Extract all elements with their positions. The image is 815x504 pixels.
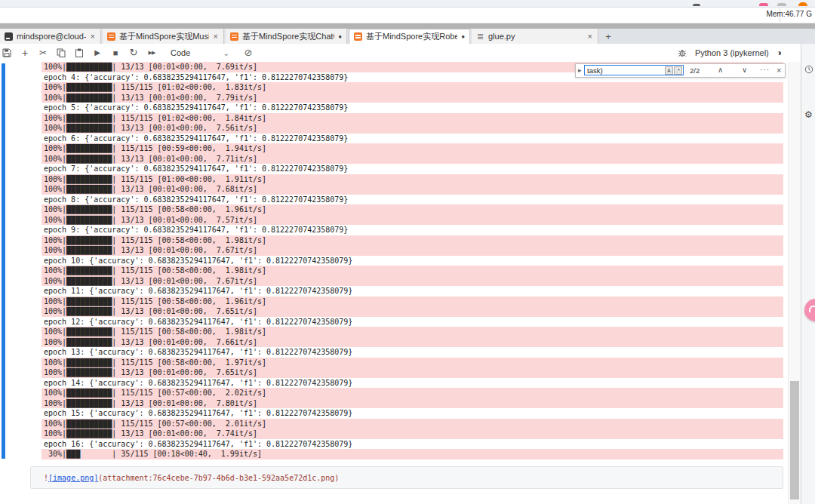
stderr-chunk: 100%|██████████| 115/115 [00:58<00:00, 1… bbox=[42, 358, 783, 378]
kernel-name-label[interactable]: Python 3 (ipykernel) bbox=[695, 48, 769, 57]
match-case-button[interactable]: A bbox=[665, 66, 673, 75]
close-search-icon[interactable]: × bbox=[777, 66, 781, 75]
output-line: 100%|██████████| 13/13 [00:01<00:00, 7.7… bbox=[44, 429, 783, 439]
browser-gray-icon[interactable] bbox=[777, 3, 786, 6]
run-icon[interactable]: ▶ bbox=[92, 48, 103, 58]
tab-bar: mindspore@cloud-d7413d4c×基于MindSpore实现Mu… bbox=[0, 29, 815, 44]
stderr-chunk: 100%|██████████| 115/115 [01:00<00:00, 1… bbox=[42, 174, 783, 195]
debugger-bug-icon[interactable] bbox=[677, 48, 687, 58]
stderr-chunk: 100%|██████████| 115/115 [00:58<00:00, 1… bbox=[42, 204, 783, 225]
output-line: 100%|██████████| 115/115 [00:58<00:00, 1… bbox=[44, 327, 783, 337]
output-line: epoch 10: {'accuracy': 0.683823529411764… bbox=[44, 256, 783, 266]
stdout-chunk: epoch 8: {'accuracy': 0.6838235294117647… bbox=[42, 195, 783, 205]
cell-output: 100%|██████████| 13/13 [00:01<00:00, 7.6… bbox=[42, 62, 783, 459]
restart-run-all-icon[interactable]: ▶▶ bbox=[146, 48, 157, 58]
tab-close-icon[interactable]: × bbox=[587, 32, 593, 41]
search-match-count: 2/2 bbox=[690, 66, 700, 75]
tab-1[interactable]: mindspore@cloud-d7413d4c× bbox=[0, 29, 101, 44]
stderr-chunk: 100%|██████████| 115/115 [00:57<00:00, 2… bbox=[42, 419, 783, 439]
output-line: 100%|██████████| 13/13 [00:01<00:00, 7.5… bbox=[44, 123, 783, 134]
stderr-chunk: 100%|██████████| 115/115 [01:02<00:00, 1… bbox=[42, 113, 783, 134]
stdout-chunk: epoch 11: {'accuracy': 0.683823529411764… bbox=[42, 286, 783, 297]
stop-icon[interactable]: ■ bbox=[110, 48, 121, 58]
output-line: 30%|███ | 35/115 [00:18<00:40, 1.99it/s] bbox=[44, 449, 783, 459]
tab-close-icon[interactable]: × bbox=[213, 32, 219, 41]
status-strip: Mem:46.77 G bbox=[0, 8, 815, 23]
copy-icon[interactable] bbox=[56, 48, 66, 58]
output-line: 100%|██████████| 13/13 [00:01<00:00, 7.7… bbox=[44, 93, 783, 103]
stderr-chunk: 100%|██████████| 115/115 [00:58<00:00, 1… bbox=[42, 266, 783, 286]
stdout-chunk: epoch 12: {'accuracy': 0.683823529411764… bbox=[42, 317, 783, 327]
markdown-source-cell[interactable]: ![image.png](attachment:76c4cebe-7b97-4b… bbox=[30, 466, 783, 489]
output-line: epoch 13: {'accuracy': 0.683823529411764… bbox=[44, 347, 783, 358]
output-line: 100%|██████████| 13/13 [00:01<00:00, 7.6… bbox=[44, 245, 783, 256]
clock-icon[interactable] bbox=[804, 65, 813, 75]
browser-profile-avatar[interactable] bbox=[798, 2, 807, 6]
previous-match-icon[interactable]: ∧ bbox=[718, 66, 723, 74]
chevron-down-icon: ⌄ bbox=[223, 49, 229, 57]
output-line: epoch 11: {'accuracy': 0.683823529411764… bbox=[44, 286, 783, 297]
output-line: 100%|██████████| 13/13 [00:01<00:00, 7.6… bbox=[44, 306, 783, 317]
cell-type-label: Code bbox=[171, 48, 190, 57]
notebook-icon bbox=[230, 32, 238, 41]
browser-chrome-strip bbox=[0, 0, 815, 8]
tab-dirty-icon: ● bbox=[338, 33, 342, 40]
paste-icon[interactable] bbox=[74, 48, 85, 58]
notebook-content-area: 100%|██████████| 13/13 [00:01<00:00, 7.6… bbox=[0, 62, 788, 504]
tab-label: 基于MindSpore实现Robertaf bbox=[366, 31, 457, 42]
stdout-chunk: epoch 6: {'accuracy': 0.6838235294117647… bbox=[42, 134, 783, 144]
tab-close-icon[interactable]: × bbox=[90, 32, 96, 41]
tab-2[interactable]: 基于MindSpore实现MusicGe× bbox=[103, 29, 224, 44]
tab-label: 基于MindSpore实现ChatGLM bbox=[242, 31, 334, 42]
active-cell-indicator bbox=[2, 63, 5, 459]
output-line: 100%|██████████| 13/13 [00:01<00:00, 7.6… bbox=[44, 184, 783, 195]
tab-5[interactable]: ≣glue.py× bbox=[472, 29, 598, 44]
output-line: epoch 9: {'accuracy': 0.6838235294117647… bbox=[44, 225, 783, 235]
scrollbar-thumb[interactable] bbox=[790, 381, 799, 499]
notebook-icon bbox=[107, 32, 115, 41]
more-options-icon[interactable]: ··· bbox=[760, 66, 770, 74]
output-line: 100%|██████████| 115/115 [00:58<00:00, 1… bbox=[44, 235, 783, 246]
output-line: epoch 15: {'accuracy': 0.683823529411764… bbox=[44, 408, 783, 419]
cut-icon[interactable]: ✂ bbox=[38, 48, 48, 58]
output-line: 100%|██████████| 115/115 [00:58<00:00, 1… bbox=[44, 358, 783, 368]
restart-kernel-icon[interactable]: ↻ bbox=[128, 48, 139, 58]
image-png-link[interactable]: [image.png] bbox=[48, 474, 98, 482]
stdout-chunk: epoch 5: {'accuracy': 0.6838235294117647… bbox=[42, 103, 783, 113]
add-cell-icon[interactable]: + bbox=[20, 48, 30, 58]
next-match-icon[interactable]: ∨ bbox=[742, 66, 747, 74]
new-tab-button[interactable]: + bbox=[600, 29, 617, 44]
stdout-chunk: epoch 13: {'accuracy': 0.683823529411764… bbox=[42, 347, 783, 358]
markdown-attachment-text: (attachment:76c4cebe-7b97-4b6d-b3e1-592a… bbox=[98, 474, 339, 482]
stdout-chunk: epoch 7: {'accuracy': 0.6838235294117647… bbox=[42, 164, 783, 174]
output-line: 100%|██████████| 13/13 [00:01<00:00, 7.7… bbox=[44, 154, 783, 164]
divider-band bbox=[0, 23, 815, 29]
vertical-scrollbar[interactable] bbox=[788, 62, 801, 504]
search-expand-caret-icon[interactable]: ▸ bbox=[578, 66, 582, 74]
browser-extension-icon[interactable] bbox=[693, 4, 700, 6]
output-line: 100%|██████████| 115/115 [00:59<00:00, 1… bbox=[44, 143, 783, 154]
cell-type-dropdown[interactable]: Code ⌄ bbox=[171, 48, 229, 57]
stderr-chunk: 100%|██████████| 115/115 [00:58<00:00, 1… bbox=[42, 235, 783, 256]
tab-label: mindspore@cloud-d7413d4c bbox=[17, 32, 86, 41]
regex-button[interactable]: .* bbox=[674, 66, 682, 75]
browser-pink-icon[interactable] bbox=[759, 3, 768, 6]
output-line: 100%|██████████| 13/13 [00:01<00:00, 7.6… bbox=[44, 367, 783, 378]
slashed-circle-icon[interactable]: ⊘ bbox=[243, 48, 254, 58]
tab-label: glue.py bbox=[488, 32, 583, 41]
stdout-chunk: epoch 16: {'accuracy': 0.683823529411764… bbox=[42, 439, 783, 450]
kernel-status-icon: ◑ bbox=[777, 48, 782, 57]
stdout-chunk: epoch 9: {'accuracy': 0.6838235294117647… bbox=[42, 225, 783, 235]
tab-3[interactable]: 基于MindSpore实现ChatGLM● bbox=[226, 29, 347, 44]
terminal-icon bbox=[5, 32, 13, 41]
save-icon[interactable] bbox=[2, 48, 12, 58]
output-line: 100%|██████████| 13/13 [00:01<00:00, 7.5… bbox=[44, 215, 783, 226]
stdout-chunk: epoch 10: {'accuracy': 0.683823529411764… bbox=[42, 256, 783, 266]
tab-4[interactable]: 基于MindSpore实现Robertaf● bbox=[349, 29, 470, 44]
output-line: 100%|██████████| 13/13 [00:01<00:00, 7.6… bbox=[44, 276, 783, 287]
output-line: epoch 16: {'accuracy': 0.683823529411764… bbox=[44, 439, 783, 450]
stderr-chunk: 100%|██████████| 115/115 [00:58<00:00, 1… bbox=[42, 297, 783, 317]
output-line: epoch 12: {'accuracy': 0.683823529411764… bbox=[44, 317, 783, 327]
gear-icon[interactable]: ⚙ bbox=[804, 110, 813, 120]
output-line: 100%|██████████| 115/115 [00:58<00:00, 1… bbox=[44, 266, 783, 276]
